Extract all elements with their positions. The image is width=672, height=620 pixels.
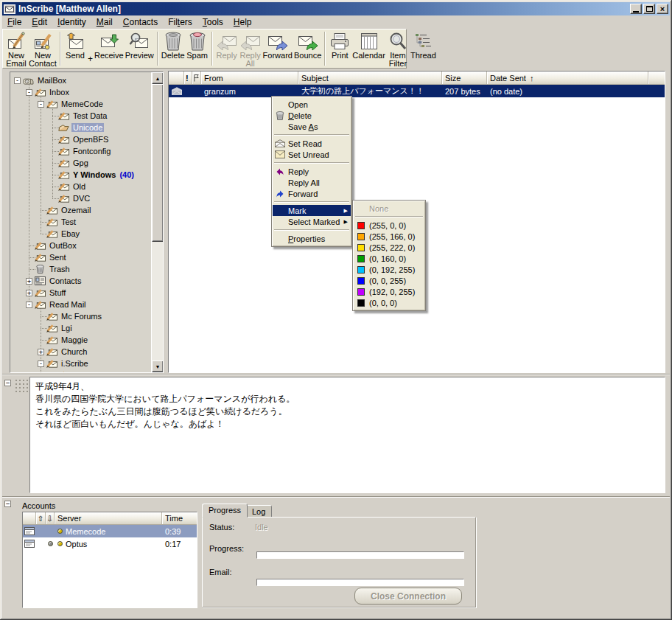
menu-edit[interactable]: Edit [27, 16, 52, 28]
maximize-button[interactable] [643, 4, 655, 14]
column-upload[interactable]: ⇧ [36, 512, 46, 524]
tree-item-church[interactable]: +Church [10, 346, 151, 358]
reply-button[interactable]: Reply [216, 31, 238, 60]
menu-forward[interactable]: Forward [273, 188, 351, 199]
tree-item-sent[interactable]: Sent [10, 251, 151, 263]
column-priority[interactable]: ! [184, 72, 192, 84]
tree-item-lgi[interactable]: Lgi [10, 322, 151, 334]
column-size[interactable]: Size [442, 72, 487, 84]
menu-identity[interactable]: Identity [52, 16, 91, 28]
tree-item-stuff[interactable]: +Stuff [10, 287, 151, 299]
expand-toggle[interactable]: - [26, 89, 32, 96]
scroll-up-arrow[interactable]: ▲ [152, 72, 164, 84]
expand-toggle[interactable]: + [38, 349, 44, 355]
preview-button[interactable]: Preview [125, 31, 154, 60]
bounce-button[interactable]: Bounce [294, 31, 321, 60]
new-email-button[interactable]: New Email [5, 31, 27, 68]
menu-open[interactable]: Open [273, 99, 351, 110]
tree-item-outbox[interactable]: OutBox [10, 240, 151, 251]
tree-item-iscribe[interactable]: -i.Scribe [10, 358, 151, 369]
submenu-color-black[interactable]: (0, 0, 0) [354, 297, 424, 308]
spam-button[interactable]: Spam [186, 31, 209, 60]
menu-filters[interactable]: Filters [163, 16, 197, 28]
close-connection-button[interactable]: Close Connection [354, 588, 462, 605]
expand-toggle[interactable]: + [26, 290, 32, 296]
tree-item-inbox[interactable]: -Inbox [10, 86, 151, 98]
tree-item-openbfs[interactable]: OpenBFS [10, 133, 151, 145]
drag-handle[interactable] [15, 379, 31, 392]
reply-all-button[interactable]: Reply All [239, 31, 262, 68]
column-date-sent[interactable]: Date Sent↑ [487, 72, 648, 84]
menu-reply-all[interactable]: Reply All [273, 177, 351, 188]
tree-item-trash[interactable]: Trash [10, 263, 151, 275]
menu-contacts[interactable]: Contacts [118, 16, 163, 28]
tree-item-fontconfig[interactable]: Fontconfig [10, 145, 151, 157]
menu-help[interactable]: Help [228, 16, 257, 28]
submenu-color-red[interactable]: (255, 0, 0) [354, 220, 424, 231]
submenu-color-blue[interactable]: (0, 0, 255) [354, 275, 424, 286]
tab-log[interactable]: Log [245, 505, 272, 518]
menu-select-marked[interactable]: Select Marked▶ [273, 216, 351, 227]
submenu-color-yellow[interactable]: (255, 222, 0) [354, 242, 424, 253]
minimize-button[interactable] [630, 4, 642, 14]
submenu-none[interactable]: None [354, 203, 424, 214]
item-filter-button[interactable]: Item Filter [387, 31, 409, 68]
expand-toggle[interactable]: - [14, 77, 21, 84]
menu-properties[interactable]: Properties [273, 233, 351, 244]
tree-item-mailbox[interactable]: -MailBox [10, 74, 151, 86]
menu-file[interactable]: File [2, 16, 27, 28]
column-server[interactable]: Server [55, 512, 162, 524]
menu-mail[interactable]: Mail [91, 16, 118, 28]
tree-item-old[interactable]: Old [10, 181, 151, 192]
tree-item-memecode[interactable]: -MemeCode [10, 98, 151, 110]
tree-item-ozemail[interactable]: Ozemail [10, 204, 151, 216]
menu-reply[interactable]: Reply [273, 166, 351, 177]
tree-item-contacts[interactable]: +Contacts [10, 275, 151, 287]
column-account-icon[interactable] [23, 512, 36, 524]
column-from[interactable]: From [201, 72, 298, 84]
account-row-optus[interactable]: Optus 0:17 [23, 537, 197, 550]
delete-button[interactable]: Delete [161, 31, 185, 60]
receive-button[interactable]: Receive [94, 31, 124, 60]
thread-button[interactable]: Thread [410, 31, 436, 60]
new-contact-button[interactable]: New Contact [29, 31, 57, 68]
scroll-down-arrow[interactable]: ▼ [152, 360, 164, 372]
column-subject[interactable]: Subject [298, 72, 442, 84]
account-row-memecode[interactable]: Memecode 0:39 [23, 525, 197, 537]
tree-item-test-data[interactable]: Test Data [10, 110, 151, 122]
menu-save-as[interactable]: Save As [273, 121, 351, 132]
expand-toggle[interactable]: + [26, 278, 32, 285]
calendar-button[interactable]: Calendar [352, 31, 385, 60]
mail-row-selected[interactable]: granzum 大学初の路上パフォーマンス！！ 207 bytes (no da… [169, 85, 665, 97]
menu-set-read[interactable]: Set Read [273, 138, 351, 149]
print-button[interactable]: Print [329, 31, 351, 60]
message-body[interactable]: 平成9年4月、 香川県の四国学院大学において路上パフォーマンスが行われる。 これ… [29, 377, 665, 493]
tab-progress[interactable]: Progress [202, 504, 248, 518]
send-button[interactable]: Send [64, 31, 86, 60]
tree-item-ebay[interactable]: Ebay [10, 228, 151, 240]
collapse-preview-button[interactable]: − [4, 380, 11, 386]
tree-item-unicode[interactable]: Unicode [10, 122, 151, 133]
collapse-accounts-button[interactable]: − [4, 501, 11, 507]
submenu-color-green[interactable]: (0, 160, 0) [354, 253, 424, 264]
tree-item-clipped[interactable]: + [10, 369, 151, 372]
expand-toggle[interactable]: - [26, 302, 32, 308]
tree-item-read-mail[interactable]: -Read Mail [10, 299, 151, 310]
column-flag[interactable] [192, 72, 201, 84]
submenu-color-cyan[interactable]: (0, 192, 255) [354, 264, 424, 275]
close-button[interactable]: × [657, 4, 668, 14]
tree-item-test[interactable]: Test [10, 216, 151, 228]
expand-toggle[interactable]: + [49, 372, 56, 373]
tree-scrollbar[interactable]: ▲ ▼ [151, 72, 163, 372]
menu-delete[interactable]: Delete [273, 110, 351, 121]
submenu-color-orange[interactable]: (255, 166, 0) [354, 231, 424, 242]
tree-item-y-windows[interactable]: Y Windows(40) [10, 169, 151, 181]
menu-set-unread[interactable]: Set Unread [273, 149, 351, 160]
tree-item-maggie[interactable]: Maggie [10, 334, 151, 346]
tree-item-dvc[interactable]: DVC [10, 192, 151, 204]
column-icon[interactable] [169, 72, 184, 84]
title-bar[interactable]: InScribe [Matthew Allen] × [2, 2, 670, 15]
tree-item-mc-forums[interactable]: Mc Forums [10, 310, 151, 322]
scroll-thumb[interactable] [152, 84, 164, 242]
submenu-color-purple[interactable]: (192, 0, 255) [354, 286, 424, 297]
